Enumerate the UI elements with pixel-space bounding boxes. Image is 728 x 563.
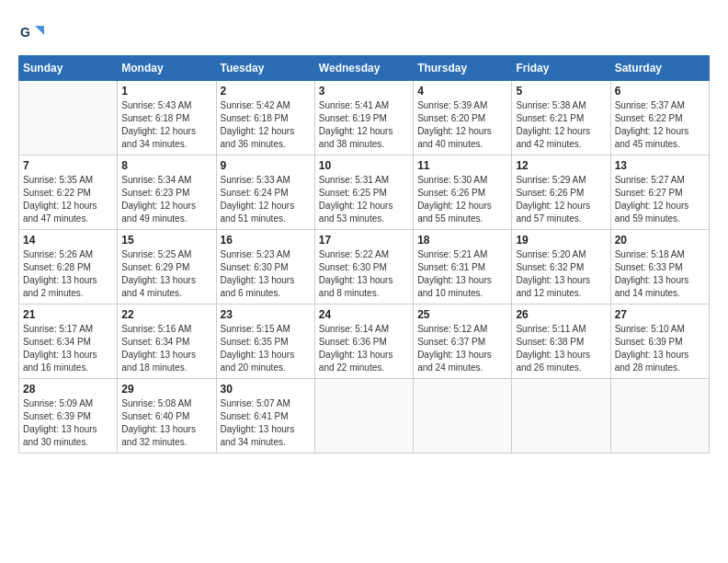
calendar-cell: 18Sunrise: 5:21 AM Sunset: 6:31 PM Dayli… [414,230,512,304]
calendar-cell: 15Sunrise: 5:25 AM Sunset: 6:29 PM Dayli… [118,230,216,304]
day-number: 18 [417,234,507,247]
weekday-header-monday: Monday [118,56,216,81]
day-info: Sunrise: 5:43 AM Sunset: 6:18 PM Dayligh… [121,99,211,151]
calendar-week-2: 7Sunrise: 5:35 AM Sunset: 6:22 PM Daylig… [19,155,710,230]
calendar-cell: 12Sunrise: 5:29 AM Sunset: 6:26 PM Dayli… [512,155,610,230]
day-number: 28 [23,383,113,396]
weekday-header-wednesday: Wednesday [314,56,413,81]
calendar-cell: 17Sunrise: 5:22 AM Sunset: 6:30 PM Dayli… [314,230,413,304]
weekday-header-saturday: Saturday [610,56,709,81]
day-info: Sunrise: 5:17 AM Sunset: 6:34 PM Dayligh… [23,323,113,374]
calendar-week-4: 21Sunrise: 5:17 AM Sunset: 6:34 PM Dayli… [19,304,710,379]
day-info: Sunrise: 5:23 AM Sunset: 6:30 PM Dayligh… [221,248,311,300]
calendar-cell: 11Sunrise: 5:30 AM Sunset: 6:26 PM Dayli… [414,155,512,230]
day-info: Sunrise: 5:30 AM Sunset: 6:26 PM Dayligh… [417,174,507,225]
day-number: 12 [516,159,606,172]
day-info: Sunrise: 5:09 AM Sunset: 6:39 PM Dayligh… [23,397,113,449]
day-number: 22 [121,308,211,321]
calendar-cell: 22Sunrise: 5:16 AM Sunset: 6:34 PM Dayli… [118,304,216,379]
calendar-cell: 21Sunrise: 5:17 AM Sunset: 6:34 PM Dayli… [19,304,118,379]
calendar-cell: 26Sunrise: 5:11 AM Sunset: 6:38 PM Dayli… [512,304,610,379]
day-number: 3 [319,85,409,98]
calendar-week-3: 14Sunrise: 5:26 AM Sunset: 6:28 PM Dayli… [19,230,710,304]
day-info: Sunrise: 5:20 AM Sunset: 6:32 PM Dayligh… [516,248,606,300]
day-number: 24 [319,308,409,321]
day-info: Sunrise: 5:18 AM Sunset: 6:33 PM Dayligh… [615,248,705,300]
day-info: Sunrise: 5:35 AM Sunset: 6:22 PM Dayligh… [23,174,113,225]
day-info: Sunrise: 5:34 AM Sunset: 6:23 PM Dayligh… [121,174,211,225]
day-number: 7 [23,159,113,172]
day-number: 9 [221,159,311,172]
calendar-cell: 9Sunrise: 5:33 AM Sunset: 6:24 PM Daylig… [216,155,314,230]
calendar-cell: 28Sunrise: 5:09 AM Sunset: 6:39 PM Dayli… [19,379,118,454]
day-number: 17 [319,234,409,247]
day-info: Sunrise: 5:07 AM Sunset: 6:41 PM Dayligh… [221,397,311,449]
calendar-cell: 5Sunrise: 5:38 AM Sunset: 6:21 PM Daylig… [512,81,610,155]
day-number: 14 [23,234,113,247]
calendar-cell: 3Sunrise: 5:41 AM Sunset: 6:19 PM Daylig… [314,81,413,155]
calendar-cell: 1Sunrise: 5:43 AM Sunset: 6:18 PM Daylig… [118,81,216,155]
weekday-header-thursday: Thursday [414,56,512,81]
day-number: 21 [23,308,113,321]
day-info: Sunrise: 5:11 AM Sunset: 6:38 PM Dayligh… [516,323,606,374]
weekday-header-tuesday: Tuesday [216,56,314,81]
calendar-cell: 13Sunrise: 5:27 AM Sunset: 6:27 PM Dayli… [610,155,709,230]
calendar-cell: 8Sunrise: 5:34 AM Sunset: 6:23 PM Daylig… [118,155,216,230]
svg-text:G: G [20,25,30,40]
calendar-cell [512,379,610,454]
day-number: 26 [516,308,606,321]
day-number: 27 [615,308,705,321]
day-number: 8 [121,159,211,172]
calendar-cell: 27Sunrise: 5:10 AM Sunset: 6:39 PM Dayli… [610,304,709,379]
calendar-cell: 14Sunrise: 5:26 AM Sunset: 6:28 PM Dayli… [19,230,118,304]
calendar-cell: 25Sunrise: 5:12 AM Sunset: 6:37 PM Dayli… [414,304,512,379]
day-info: Sunrise: 5:12 AM Sunset: 6:37 PM Dayligh… [417,323,507,374]
calendar-cell: 23Sunrise: 5:15 AM Sunset: 6:35 PM Dayli… [216,304,314,379]
day-number: 13 [615,159,705,172]
calendar-cell: 10Sunrise: 5:31 AM Sunset: 6:25 PM Dayli… [314,155,413,230]
weekday-header-row: SundayMondayTuesdayWednesdayThursdayFrid… [19,56,710,81]
calendar-cell [19,81,118,155]
day-number: 6 [615,85,705,98]
day-info: Sunrise: 5:14 AM Sunset: 6:36 PM Dayligh… [319,323,409,374]
day-info: Sunrise: 5:42 AM Sunset: 6:18 PM Dayligh… [221,99,311,151]
day-info: Sunrise: 5:39 AM Sunset: 6:20 PM Dayligh… [417,99,507,151]
day-info: Sunrise: 5:41 AM Sunset: 6:19 PM Dayligh… [319,99,409,151]
day-number: 15 [121,234,211,247]
day-number: 5 [516,85,606,98]
day-number: 16 [221,234,311,247]
day-info: Sunrise: 5:10 AM Sunset: 6:39 PM Dayligh… [615,323,705,374]
calendar-cell: 29Sunrise: 5:08 AM Sunset: 6:40 PM Dayli… [118,379,216,454]
calendar-cell: 4Sunrise: 5:39 AM Sunset: 6:20 PM Daylig… [414,81,512,155]
day-info: Sunrise: 5:25 AM Sunset: 6:29 PM Dayligh… [121,248,211,300]
calendar-cell: 20Sunrise: 5:18 AM Sunset: 6:33 PM Dayli… [610,230,709,304]
weekday-header-friday: Friday [512,56,610,81]
calendar-cell: 30Sunrise: 5:07 AM Sunset: 6:41 PM Dayli… [216,379,314,454]
day-info: Sunrise: 5:29 AM Sunset: 6:26 PM Dayligh… [516,174,606,225]
day-number: 10 [319,159,409,172]
day-number: 23 [221,308,311,321]
day-number: 20 [615,234,705,247]
calendar-table: SundayMondayTuesdayWednesdayThursdayFrid… [18,55,710,454]
calendar-cell: 2Sunrise: 5:42 AM Sunset: 6:18 PM Daylig… [216,81,314,155]
day-info: Sunrise: 5:22 AM Sunset: 6:30 PM Dayligh… [319,248,409,300]
calendar-cell [610,379,709,454]
calendar-cell: 19Sunrise: 5:20 AM Sunset: 6:32 PM Dayli… [512,230,610,304]
day-number: 30 [221,383,311,396]
day-number: 2 [221,85,311,98]
svg-marker-1 [35,26,44,35]
day-number: 1 [121,85,211,98]
header: G [18,18,710,46]
calendar-week-1: 1Sunrise: 5:43 AM Sunset: 6:18 PM Daylig… [19,81,710,155]
calendar-cell [314,379,413,454]
calendar-cell: 6Sunrise: 5:37 AM Sunset: 6:22 PM Daylig… [610,81,709,155]
day-info: Sunrise: 5:27 AM Sunset: 6:27 PM Dayligh… [615,174,705,225]
day-number: 25 [417,308,507,321]
day-info: Sunrise: 5:38 AM Sunset: 6:21 PM Dayligh… [516,99,606,151]
day-info: Sunrise: 5:31 AM Sunset: 6:25 PM Dayligh… [319,174,409,225]
calendar-header: SundayMondayTuesdayWednesdayThursdayFrid… [19,56,710,81]
day-info: Sunrise: 5:37 AM Sunset: 6:22 PM Dayligh… [615,99,705,151]
day-info: Sunrise: 5:08 AM Sunset: 6:40 PM Dayligh… [121,397,211,449]
day-number: 19 [516,234,606,247]
day-info: Sunrise: 5:21 AM Sunset: 6:31 PM Dayligh… [417,248,507,300]
